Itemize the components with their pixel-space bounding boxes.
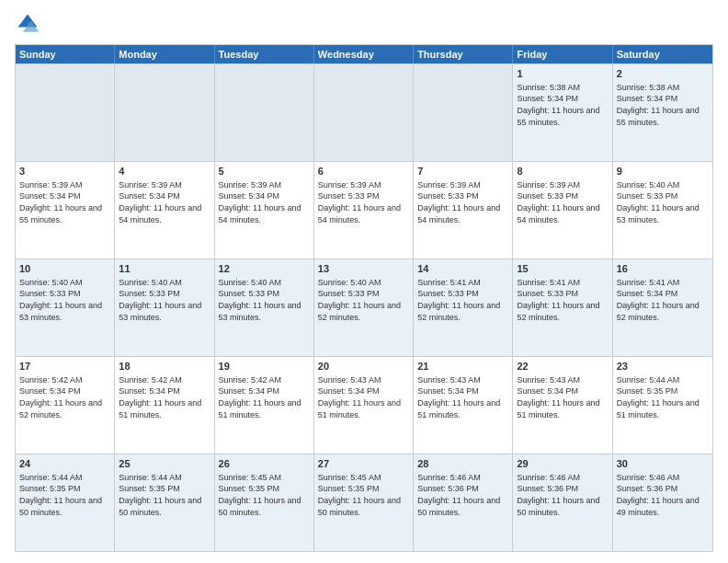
calendar-cell: 11Sunrise: 5:40 AM Sunset: 5:33 PM Dayli… — [115, 259, 214, 356]
calendar-cell: 1Sunrise: 5:38 AM Sunset: 5:34 PM Daylig… — [513, 64, 612, 161]
calendar-row-1: 3Sunrise: 5:39 AM Sunset: 5:34 PM Daylig… — [16, 161, 712, 259]
weekday-header-saturday: Saturday — [613, 45, 712, 63]
calendar-cell: 18Sunrise: 5:42 AM Sunset: 5:34 PM Dayli… — [115, 357, 214, 454]
cell-info: Sunrise: 5:38 AM Sunset: 5:34 PM Dayligh… — [517, 82, 608, 128]
cell-info: Sunrise: 5:45 AM Sunset: 5:35 PM Dayligh… — [219, 472, 310, 518]
calendar-cell: 8Sunrise: 5:39 AM Sunset: 5:33 PM Daylig… — [513, 162, 612, 259]
cell-info: Sunrise: 5:39 AM Sunset: 5:33 PM Dayligh… — [517, 179, 608, 225]
cell-info: Sunrise: 5:44 AM Sunset: 5:35 PM Dayligh… — [19, 472, 110, 518]
day-number: 15 — [517, 262, 608, 276]
day-number: 7 — [417, 165, 508, 178]
day-number: 1 — [517, 67, 608, 81]
calendar-header: SundayMondayTuesdayWednesdayThursdayFrid… — [16, 45, 712, 63]
calendar-cell: 4Sunrise: 5:39 AM Sunset: 5:34 PM Daylig… — [115, 162, 214, 259]
day-number: 27 — [318, 457, 409, 471]
calendar-cell: 3Sunrise: 5:39 AM Sunset: 5:34 PM Daylig… — [16, 162, 115, 259]
day-number: 16 — [617, 262, 709, 276]
calendar-cell: 24Sunrise: 5:44 AM Sunset: 5:35 PM Dayli… — [16, 454, 115, 551]
day-number: 18 — [119, 360, 210, 373]
day-number: 2 — [617, 67, 709, 81]
calendar-cell: 14Sunrise: 5:41 AM Sunset: 5:33 PM Dayli… — [414, 259, 513, 356]
cell-info: Sunrise: 5:44 AM Sunset: 5:35 PM Dayligh… — [119, 472, 210, 518]
weekday-header-tuesday: Tuesday — [215, 45, 314, 63]
day-number: 29 — [517, 457, 608, 471]
cell-info: Sunrise: 5:45 AM Sunset: 5:35 PM Dayligh… — [318, 472, 409, 518]
calendar-cell: 12Sunrise: 5:40 AM Sunset: 5:33 PM Dayli… — [215, 259, 314, 356]
calendar-cell: 23Sunrise: 5:44 AM Sunset: 5:35 PM Dayli… — [613, 357, 712, 454]
logo-icon — [15, 11, 40, 37]
day-number: 4 — [119, 165, 210, 178]
calendar-body: 1Sunrise: 5:38 AM Sunset: 5:34 PM Daylig… — [16, 63, 712, 551]
day-number: 28 — [417, 457, 508, 471]
weekday-header-thursday: Thursday — [414, 45, 513, 63]
calendar-cell: 22Sunrise: 5:43 AM Sunset: 5:34 PM Dayli… — [513, 357, 612, 454]
day-number: 26 — [219, 457, 310, 471]
cell-info: Sunrise: 5:39 AM Sunset: 5:34 PM Dayligh… — [219, 179, 310, 225]
day-number: 12 — [219, 262, 310, 276]
weekday-header-sunday: Sunday — [16, 45, 115, 63]
logo — [15, 11, 44, 37]
day-number: 10 — [19, 262, 110, 276]
cell-info: Sunrise: 5:43 AM Sunset: 5:34 PM Dayligh… — [517, 374, 608, 420]
calendar-cell: 16Sunrise: 5:41 AM Sunset: 5:34 PM Dayli… — [613, 259, 712, 356]
calendar-cell: 27Sunrise: 5:45 AM Sunset: 5:35 PM Dayli… — [314, 454, 414, 551]
calendar-cell: 21Sunrise: 5:43 AM Sunset: 5:34 PM Dayli… — [414, 357, 513, 454]
calendar-cell: 28Sunrise: 5:46 AM Sunset: 5:36 PM Dayli… — [414, 454, 513, 551]
weekday-header-wednesday: Wednesday — [314, 45, 414, 63]
cell-info: Sunrise: 5:40 AM Sunset: 5:33 PM Dayligh… — [617, 179, 709, 225]
day-number: 13 — [318, 262, 409, 276]
day-number: 20 — [318, 360, 409, 373]
day-number: 14 — [417, 262, 508, 276]
calendar-cell — [314, 64, 414, 161]
day-number: 9 — [617, 165, 709, 178]
day-number: 6 — [318, 165, 409, 178]
calendar-cell: 2Sunrise: 5:38 AM Sunset: 5:34 PM Daylig… — [613, 64, 712, 161]
cell-info: Sunrise: 5:39 AM Sunset: 5:34 PM Dayligh… — [19, 179, 110, 225]
day-number: 5 — [219, 165, 310, 178]
calendar-row-3: 17Sunrise: 5:42 AM Sunset: 5:34 PM Dayli… — [16, 356, 712, 454]
weekday-header-monday: Monday — [115, 45, 214, 63]
calendar-cell: 25Sunrise: 5:44 AM Sunset: 5:35 PM Dayli… — [115, 454, 214, 551]
cell-info: Sunrise: 5:40 AM Sunset: 5:33 PM Dayligh… — [318, 277, 409, 323]
cell-info: Sunrise: 5:39 AM Sunset: 5:33 PM Dayligh… — [417, 179, 508, 225]
calendar-cell — [215, 64, 314, 161]
calendar-cell: 15Sunrise: 5:41 AM Sunset: 5:33 PM Dayli… — [513, 259, 612, 356]
cell-info: Sunrise: 5:40 AM Sunset: 5:33 PM Dayligh… — [19, 277, 110, 323]
calendar-cell: 30Sunrise: 5:46 AM Sunset: 5:36 PM Dayli… — [613, 454, 712, 551]
cell-info: Sunrise: 5:42 AM Sunset: 5:34 PM Dayligh… — [119, 374, 210, 420]
cell-info: Sunrise: 5:43 AM Sunset: 5:34 PM Dayligh… — [417, 374, 508, 420]
calendar-cell: 29Sunrise: 5:46 AM Sunset: 5:36 PM Dayli… — [513, 454, 612, 551]
day-number: 11 — [119, 262, 210, 276]
cell-info: Sunrise: 5:41 AM Sunset: 5:33 PM Dayligh… — [517, 277, 608, 323]
calendar-cell: 13Sunrise: 5:40 AM Sunset: 5:33 PM Dayli… — [314, 259, 414, 356]
cell-info: Sunrise: 5:46 AM Sunset: 5:36 PM Dayligh… — [417, 472, 508, 518]
calendar-cell: 20Sunrise: 5:43 AM Sunset: 5:34 PM Dayli… — [314, 357, 414, 454]
day-number: 3 — [19, 165, 110, 178]
calendar-cell: 6Sunrise: 5:39 AM Sunset: 5:33 PM Daylig… — [314, 162, 414, 259]
calendar-cell: 10Sunrise: 5:40 AM Sunset: 5:33 PM Dayli… — [16, 259, 115, 356]
cell-info: Sunrise: 5:41 AM Sunset: 5:34 PM Dayligh… — [617, 277, 709, 323]
day-number: 25 — [119, 457, 210, 471]
calendar-cell: 17Sunrise: 5:42 AM Sunset: 5:34 PM Dayli… — [16, 357, 115, 454]
day-number: 19 — [219, 360, 310, 373]
calendar-cell — [16, 64, 115, 161]
day-number: 21 — [417, 360, 508, 373]
calendar-cell: 5Sunrise: 5:39 AM Sunset: 5:34 PM Daylig… — [215, 162, 314, 259]
calendar-row-0: 1Sunrise: 5:38 AM Sunset: 5:34 PM Daylig… — [16, 63, 712, 161]
calendar-cell: 9Sunrise: 5:40 AM Sunset: 5:33 PM Daylig… — [613, 162, 712, 259]
cell-info: Sunrise: 5:44 AM Sunset: 5:35 PM Dayligh… — [617, 374, 709, 420]
cell-info: Sunrise: 5:46 AM Sunset: 5:36 PM Dayligh… — [617, 472, 709, 518]
cell-info: Sunrise: 5:39 AM Sunset: 5:33 PM Dayligh… — [318, 179, 409, 225]
cell-info: Sunrise: 5:42 AM Sunset: 5:34 PM Dayligh… — [219, 374, 310, 420]
calendar-cell — [115, 64, 214, 161]
weekday-header-friday: Friday — [513, 45, 612, 63]
cell-info: Sunrise: 5:46 AM Sunset: 5:36 PM Dayligh… — [517, 472, 608, 518]
cell-info: Sunrise: 5:41 AM Sunset: 5:33 PM Dayligh… — [417, 277, 508, 323]
calendar-cell: 26Sunrise: 5:45 AM Sunset: 5:35 PM Dayli… — [215, 454, 314, 551]
day-number: 8 — [517, 165, 608, 178]
cell-info: Sunrise: 5:40 AM Sunset: 5:33 PM Dayligh… — [219, 277, 310, 323]
page: SundayMondayTuesdayWednesdayThursdayFrid… — [0, 0, 728, 563]
day-number: 24 — [19, 457, 110, 471]
calendar-row-2: 10Sunrise: 5:40 AM Sunset: 5:33 PM Dayli… — [16, 259, 712, 356]
day-number: 22 — [517, 360, 608, 373]
